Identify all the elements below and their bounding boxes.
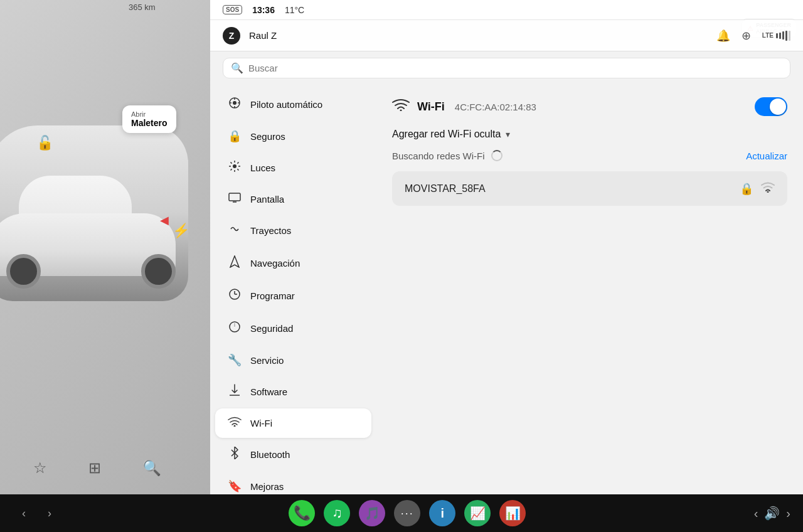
temperature-display: 11°C (285, 5, 304, 15)
searching-left: Buscando redes Wi-Fi (392, 150, 503, 161)
chart-app[interactable]: 📈 (464, 500, 491, 526)
seguros-label: Seguros (250, 131, 285, 142)
volume-icon[interactable]: 🔊 (764, 506, 780, 521)
search-icon[interactable]: 🔍 (142, 459, 161, 477)
software-icon (228, 384, 242, 400)
svg-point-1 (233, 101, 237, 105)
mejoras-icon: 🔖 (228, 479, 242, 493)
svg-point-25 (767, 191, 769, 193)
dots-icon: ··· (401, 507, 414, 520)
media-icon: 🎵 (364, 506, 380, 521)
phone-icon: 📞 (294, 505, 311, 521)
network-signal-icon (761, 181, 775, 196)
car-lock-icon[interactable]: 🔓 (36, 135, 53, 151)
back-button[interactable]: ‹ (13, 502, 35, 524)
forward-nav-icon[interactable]: › (786, 506, 790, 521)
programar-label: Programar (250, 290, 295, 301)
time-display: 13:36 (252, 5, 275, 15)
search-input[interactable] (248, 63, 782, 73)
sidebar-item-pantalla[interactable]: Pantalla (215, 184, 371, 214)
svg-point-23 (234, 425, 236, 427)
sidebar-item-navegacion[interactable]: Navegación (215, 247, 371, 279)
user-avatar: Z (223, 27, 240, 45)
loading-spinner (491, 150, 503, 161)
servicio-icon: 🔧 (228, 353, 242, 367)
network-icons-movistar: 🔒 (740, 181, 775, 196)
pantalla-icon (228, 193, 242, 206)
navegacion-icon (228, 255, 242, 271)
sidebar-item-seguros[interactable]: 🔒 Seguros (215, 121, 371, 151)
seguridad-icon (228, 321, 242, 336)
taskbar-right-controls: ‹ 🔊 › (754, 506, 790, 521)
settings-panel: SOS 13:36 11°C ⚠ PASSENGER AIRBAG ON Z R… (210, 0, 803, 502)
trunk-label-line1: Abrir (131, 110, 168, 118)
phone-app[interactable]: 📞 (289, 500, 315, 526)
lte-indicator: LTE (762, 31, 790, 41)
settings-sidebar: Piloto automático 🔒 Seguros (210, 85, 376, 502)
svg-point-6 (233, 164, 237, 168)
sidebar-item-programar[interactable]: Programar (215, 280, 371, 312)
mileage-display: 365 km (129, 0, 156, 14)
sidebar-item-software[interactable]: Software (215, 376, 371, 408)
bluetooth-label: Bluetooth (250, 449, 290, 460)
taskbar-left-nav: ‹ › (13, 502, 61, 524)
sidebar-item-bluetooth[interactable]: Bluetooth (215, 439, 371, 471)
user-name-label: Raul Z (249, 30, 277, 41)
dots-app[interactable]: ··· (394, 500, 420, 526)
search-icon-el: 🔍 (231, 62, 243, 74)
media-app[interactable]: 🎵 (359, 500, 385, 526)
wifi-main-content: Wi-Fi 4C:FC:AA:02:14:83 Agregar red Wi-F… (376, 85, 803, 502)
luces-label: Luces (250, 162, 275, 173)
spotify-icon: ♫ (332, 505, 343, 521)
search-bar-section: 🔍 (210, 51, 803, 85)
sidebar-item-seguridad[interactable]: Seguridad (215, 312, 371, 344)
autopilot-label: Piloto automático (250, 99, 322, 110)
servicio-label: Servicio (250, 355, 284, 366)
back-nav-icon[interactable]: ‹ (754, 506, 758, 521)
network-item-movistar[interactable]: MOVISTAR_58FA 🔒 (392, 171, 787, 206)
mejoras-label: Mejoras (250, 481, 284, 492)
navegacion-label: Navegación (250, 258, 300, 269)
sidebar-item-autopilot[interactable]: Piloto automático (215, 88, 371, 120)
sos-badge: SOS (223, 5, 242, 14)
header-icons: 🔔 ⊕ LTE (716, 29, 790, 43)
sidebar-item-trayectos[interactable]: Trayectos (215, 215, 371, 247)
sidebar-item-luces[interactable]: Luces (215, 152, 371, 184)
svg-point-24 (400, 110, 402, 112)
bluetooth-icon (228, 447, 242, 462)
controls-icon[interactable]: ⊞ (88, 459, 101, 477)
search-input-wrapper[interactable]: 🔍 (223, 58, 790, 78)
svg-line-13 (231, 169, 232, 170)
notifications-icon[interactable]: 🔔 (716, 29, 730, 43)
add-hidden-network-row[interactable]: Agregar red Wi-Fi oculta ▾ (392, 129, 787, 140)
trunk-label-line2: Maletero (131, 118, 168, 128)
report-icon: 📊 (505, 506, 521, 521)
car-bottom-icons: ☆ ⊞ 🔍 (0, 459, 194, 477)
add-hidden-label: Agregar red Wi-Fi oculta (392, 129, 501, 140)
sidebar-item-servicio[interactable]: 🔧 Servicio (215, 345, 371, 375)
spotify-app[interactable]: ♫ (324, 500, 350, 526)
svg-line-14 (237, 162, 238, 164)
wifi-title-section: Wi-Fi 4C:FC:AA:02:14:83 (392, 98, 536, 115)
svg-line-12 (237, 169, 238, 170)
wifi-main-icon (392, 98, 410, 115)
taskbar: ‹ › 📞 ♫ 🎵 ··· i 📈 📊 ‹ 🔊 › (0, 494, 803, 532)
bluetooth-header-icon[interactable]: ⊕ (742, 29, 751, 43)
programar-icon (228, 288, 242, 304)
report-app[interactable]: 📊 (499, 500, 526, 526)
network-name-movistar: MOVISTAR_58FA (405, 183, 486, 194)
searching-networks-row: Buscando redes Wi-Fi Actualizar (392, 150, 787, 161)
forward-button[interactable]: › (38, 502, 61, 524)
favorites-icon[interactable]: ☆ (33, 459, 47, 477)
wifi-toggle[interactable] (755, 97, 787, 116)
refresh-button[interactable]: Actualizar (746, 151, 787, 161)
chart-icon: 📈 (470, 506, 486, 521)
sidebar-item-wifi[interactable]: Wi-Fi (215, 408, 371, 438)
info-icon: i (441, 506, 445, 521)
wifi-sidebar-label: Wi-Fi (250, 418, 272, 428)
seguridad-label: Seguridad (250, 323, 293, 334)
wifi-mac-address: 4C:FC:AA:02:14:83 (455, 102, 536, 112)
info-app[interactable]: i (429, 500, 455, 526)
trunk-button[interactable]: Abrir Maletero (122, 105, 176, 133)
settings-header: Z Raul Z 🔔 ⊕ LTE (210, 20, 803, 51)
